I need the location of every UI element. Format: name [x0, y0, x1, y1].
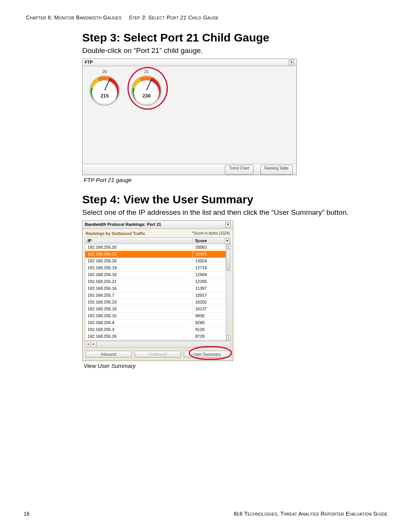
scroll-right-icon[interactable]: ▸: [91, 342, 97, 347]
chapter-label: Chapter 6: Monitor Bandwidth Gauges: [26, 14, 121, 21]
cell-score: 13024: [193, 258, 230, 264]
rankings-subtitle: Rankings by Outbound Traffic: [86, 231, 145, 236]
step3-body: Double-click on “Port 21” child gauge.: [82, 46, 398, 55]
cell-score: 15491: [193, 251, 230, 257]
gauge-port-20[interactable]: 20215: [89, 69, 120, 106]
cell-ip: 192.168.255.23: [85, 299, 193, 305]
table-row[interactable]: 192.168.255.710917: [85, 292, 230, 299]
table-row[interactable]: 192.168.255.2310202: [85, 299, 230, 306]
horizontal-scrollbar[interactable]: ◂ ▸: [85, 341, 231, 348]
rankings-window: Bandwidth Protocol Rankings: Port 21 × R…: [82, 220, 233, 361]
figure2-caption: View User Summary: [84, 363, 398, 369]
cell-ip: 192.168.255.7: [85, 292, 193, 299]
column-header-ip[interactable]: IP: [85, 238, 193, 244]
ftp-gauge-window: FTP × 2021521238 Trend Chart Ranking Tab…: [82, 59, 297, 175]
step4-body: Select one of the IP addresses in the li…: [82, 208, 398, 217]
cell-score: 12716: [193, 265, 230, 271]
score-unit-note: *Score in bytes (1024): [192, 231, 230, 236]
cell-score: 9830: [193, 313, 230, 319]
cell-ip: 192.168.255.16: [85, 285, 193, 292]
ranking-table-button[interactable]: Ranking Table: [260, 165, 293, 175]
step4-heading: Step 4: View the User Summary: [82, 193, 398, 206]
cell-score: 11397: [193, 285, 230, 292]
cell-ip: 192.168.255.20: [85, 244, 193, 251]
ftp-gauge-area: 2021521238: [83, 66, 296, 164]
page-number: 16: [24, 511, 30, 517]
table-row[interactable]: 192.168.255.2020062: [85, 244, 230, 251]
cell-ip: 192.168.255.3: [85, 326, 193, 333]
table-row[interactable]: 192.168.255.2813024: [85, 258, 230, 265]
highlight-annotation: [127, 67, 168, 110]
scroll-up-icon[interactable]: ▴: [226, 244, 231, 249]
table-row[interactable]: 192.168.255.268728: [85, 333, 230, 340]
inbound-button[interactable]: Inbound: [86, 351, 132, 358]
gauge-port-label: 20: [89, 69, 120, 74]
user-summary-button[interactable]: User Summary: [184, 351, 230, 358]
running-header: Chapter 6: Monitor Bandwidth Gauges Step…: [24, 14, 387, 21]
figure1-caption: FTP Port 21 gauge: [84, 177, 398, 183]
close-icon[interactable]: ×: [289, 60, 294, 65]
book-title: 8e6 Technologies, Threat Analysis Report…: [234, 511, 387, 517]
table-row[interactable]: 192.168.255.1012504: [85, 272, 230, 278]
table-row[interactable]: 192.168.255.159830: [85, 313, 230, 320]
ftp-window-title: FTP: [85, 60, 93, 65]
cell-ip: 192.168.255.26: [85, 333, 193, 340]
step-reference: Step 3: Select Port 21 Child Gauge: [129, 14, 219, 21]
scroll-down-icon[interactable]: ▾: [226, 335, 231, 340]
table-row[interactable]: 192.168.255.2215491: [85, 251, 230, 258]
cell-score: 10137: [193, 306, 230, 312]
table-row[interactable]: 192.168.255.1611397: [85, 285, 230, 292]
cell-ip: 192.168.255.28: [85, 258, 193, 264]
cell-score: 20062: [193, 244, 230, 251]
cell-score: 12205: [193, 278, 230, 285]
cell-score: 8728: [193, 333, 230, 340]
sort-indicator-icon[interactable]: ▾: [225, 238, 229, 244]
cell-score: 10202: [193, 299, 230, 305]
cell-ip: 192.168.255.15: [85, 313, 193, 319]
outbound-button[interactable]: Outbound: [135, 351, 181, 358]
gauge-value: 215: [100, 93, 109, 99]
close-icon[interactable]: ×: [225, 222, 231, 227]
table-row[interactable]: 192.168.255.1810137: [85, 306, 230, 313]
table-row[interactable]: 192.168.255.39120: [85, 326, 230, 333]
cell-ip: 192.168.255.10: [85, 272, 193, 278]
scroll-thumb[interactable]: [226, 249, 230, 271]
vertical-scrollbar[interactable]: ▴ ▾: [226, 244, 231, 340]
trend-chart-button[interactable]: Trend Chart: [225, 165, 253, 175]
rankings-table: IP Score ▾ ▴ ▾ 192.168.255.2020062192.16…: [85, 237, 231, 340]
cell-ip: 192.168.255.22: [85, 251, 193, 257]
table-row[interactable]: 192.168.255.2112205: [85, 278, 230, 285]
cell-ip: 192.168.255.18: [85, 306, 193, 312]
rankings-window-title: Bandwidth Protocol Rankings: Port 21: [85, 222, 161, 227]
cell-score: 9120: [193, 326, 230, 333]
table-row[interactable]: 192.168.255.49260: [85, 320, 230, 326]
column-header-score[interactable]: Score ▾: [193, 238, 230, 244]
gauge-dial-icon: 215: [89, 75, 120, 106]
step3-heading: Step 3: Select Port 21 Child Gauge: [82, 31, 398, 44]
cell-ip: 192.168.255.19: [85, 265, 193, 271]
cell-score: 10917: [193, 292, 230, 299]
cell-ip: 192.168.255.4: [85, 320, 193, 326]
cell-score: 9260: [193, 320, 230, 326]
scroll-left-icon[interactable]: ◂: [85, 342, 91, 347]
gauge-port-21[interactable]: 21238: [131, 69, 162, 106]
table-row[interactable]: 192.168.255.1912716: [85, 265, 230, 272]
cell-score: 12504: [193, 272, 230, 278]
cell-ip: 192.168.255.21: [85, 278, 193, 285]
